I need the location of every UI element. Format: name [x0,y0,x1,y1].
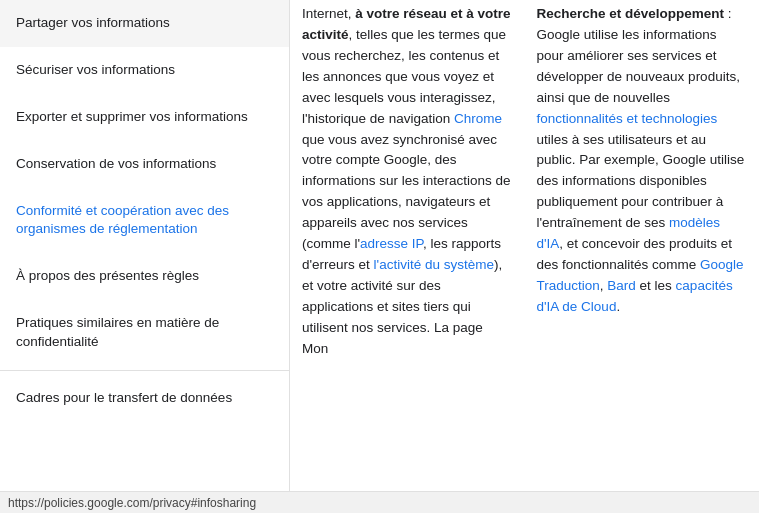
col2-text-6: . [616,299,620,314]
col2-text-5: et les [636,278,676,293]
content-col-2: Recherche et développement : Google util… [525,0,760,491]
statusbar: https://policies.google.com/privacy#info… [0,491,759,513]
content-area: Internet, à votre réseau et à votre acti… [290,0,759,491]
link-chrome[interactable]: Chrome [454,111,502,126]
col2-paragraph: Recherche et développement : Google util… [537,4,748,318]
link-fonctionnalites[interactable]: fonctionnalités et technologies [537,111,718,126]
sidebar-item-label: Cadres pour le transfert de données [16,390,232,405]
sidebar-item-label: Conservation de vos informations [16,156,216,171]
main-container: Partager vos informations Sécuriser vos … [0,0,759,491]
link-bard[interactable]: Bard [607,278,636,293]
link-adresse-ip[interactable]: adresse IP [360,236,423,251]
col1-text-internet: Internet, [302,6,355,21]
sidebar-item-label: Pratiques similaires en matière de confi… [16,315,219,349]
sidebar-item-label: Sécuriser vos informations [16,62,175,77]
sidebar-item-label: À propos des présentes règles [16,268,199,283]
col2-title-bold: Recherche et développement [537,6,725,21]
sidebar-item-securiser[interactable]: Sécuriser vos informations [0,47,289,94]
sidebar-item-label: Conformité et coopération avec des organ… [16,203,229,237]
col1-paragraph: Internet, à votre réseau et à votre acti… [302,4,513,360]
sidebar-item-apropos[interactable]: À propos des présentes règles [0,253,289,300]
sidebar-item-exporter[interactable]: Exporter et supprimer vos informations [0,94,289,141]
sidebar-item-pratiques[interactable]: Pratiques similaires en matière de confi… [0,300,289,366]
sidebar-item-conformite[interactable]: Conformité et coopération avec des organ… [0,188,289,254]
sidebar-item-partager[interactable]: Partager vos informations [0,0,289,47]
link-activite-systeme[interactable]: l'activité du système [374,257,494,272]
col1-text-chrome-after: que vous avez synchronisé avec votre com… [302,132,511,252]
content-col-1: Internet, à votre réseau et à votre acti… [290,0,525,491]
sidebar-item-conservation[interactable]: Conservation de vos informations [0,141,289,188]
sidebar[interactable]: Partager vos informations Sécuriser vos … [0,0,290,491]
sidebar-item-label: Exporter et supprimer vos informations [16,109,248,124]
statusbar-url: https://policies.google.com/privacy#info… [8,496,256,510]
sidebar-item-cadres[interactable]: Cadres pour le transfert de données [0,375,289,422]
sidebar-item-label: Partager vos informations [16,15,170,30]
sidebar-divider [0,370,289,371]
